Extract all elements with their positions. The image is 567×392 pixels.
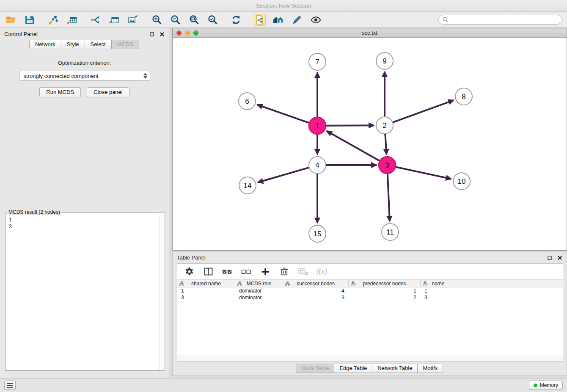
create-column-icon[interactable] <box>259 266 271 278</box>
new-network-icon[interactable] <box>90 14 102 26</box>
table-cell[interactable]: 3 <box>421 295 456 301</box>
sort-tree-icon <box>237 281 242 286</box>
tab-node-table[interactable]: Node Table <box>296 364 335 373</box>
import-network-icon[interactable] <box>47 14 59 26</box>
zoom-fit-icon[interactable] <box>188 14 200 26</box>
edge-1-6[interactable] <box>257 105 309 123</box>
delete-column-icon[interactable] <box>278 266 290 278</box>
table-panel-title: Table Panel <box>177 254 206 261</box>
table-panel: Table Panel <box>172 252 567 376</box>
node-10[interactable]: 10 <box>453 173 470 190</box>
close-panel-icon[interactable] <box>159 31 165 37</box>
tab-edge-table[interactable]: Edge Table <box>334 364 372 373</box>
column-header-shared-name[interactable]: shared name <box>177 280 235 287</box>
table-cell[interactable]: 1 <box>421 288 456 294</box>
network-window-titlebar[interactable]: scc.txt <box>173 28 567 38</box>
table-horizontal-scrollbar[interactable] <box>177 356 563 361</box>
node-15[interactable]: 15 <box>309 225 326 242</box>
sort-tree-icon <box>179 281 184 286</box>
sort-tree-icon <box>423 281 427 286</box>
edge-2-3[interactable] <box>385 134 386 155</box>
network-graph-canvas[interactable]: 7968124314101511 <box>173 38 567 250</box>
refresh-layout-icon[interactable] <box>230 14 242 26</box>
memory-status-dot-icon <box>534 384 537 387</box>
node-14[interactable]: 14 <box>239 177 256 194</box>
show-columns-icon[interactable] <box>202 266 214 278</box>
eye-icon[interactable] <box>310 14 322 26</box>
node-4[interactable]: 4 <box>309 157 326 174</box>
share-document-icon[interactable] <box>254 14 266 26</box>
node-9[interactable]: 9 <box>376 52 393 69</box>
node-1[interactable]: 1 <box>309 117 326 134</box>
column-header-mcds-role[interactable]: MCDS role <box>235 280 283 287</box>
tab-select[interactable]: Select <box>85 40 112 49</box>
table-cell[interactable]: 1 <box>177 288 235 294</box>
memory-button[interactable]: Memory <box>529 381 563 390</box>
run-mcds-button[interactable]: Run MCDS <box>39 87 81 97</box>
edge-4-14[interactable] <box>258 168 309 182</box>
maximize-window-icon[interactable] <box>193 30 198 36</box>
table-row[interactable]: 3dominator323 <box>177 294 563 301</box>
close-panel-button[interactable]: Close panel <box>87 87 129 97</box>
mcds-result-title: MCDS result (2 nodes) <box>7 209 61 215</box>
view-group <box>254 14 322 26</box>
new-table-icon[interactable] <box>108 14 120 26</box>
minimize-window-icon[interactable] <box>185 30 190 36</box>
table-settings-gear-icon[interactable] <box>183 266 195 278</box>
column-header-predecessor-nodes[interactable]: predecessor nodes <box>349 280 421 287</box>
zoom-selected-icon[interactable] <box>206 14 218 26</box>
table-rows: 1dominator4113dominator323 <box>177 287 563 301</box>
edge-3-11[interactable] <box>388 174 390 221</box>
tab-network-table[interactable]: Network Table <box>372 364 418 373</box>
table-cell[interactable]: 4 <box>283 288 349 294</box>
column-header-name[interactable]: name <box>421 280 456 287</box>
export-image-icon[interactable] <box>127 14 139 26</box>
combo-arrows-icon <box>143 73 147 79</box>
table-cell[interactable]: 1 <box>349 288 421 294</box>
table-panel-body: f(x) shared nameMCDS rolesuccessor nodes… <box>177 263 563 362</box>
tab-style[interactable]: Style <box>61 40 85 49</box>
close-window-icon[interactable] <box>176 30 182 36</box>
mcds-result-item: 3 <box>9 223 161 230</box>
edge-2-8[interactable] <box>393 100 454 122</box>
search-input[interactable] <box>450 17 558 23</box>
mcds-scrollbar[interactable] <box>160 215 165 370</box>
home-icon[interactable] <box>272 14 284 26</box>
node-3[interactable]: 3 <box>379 157 396 174</box>
network-window-title: scc.txt <box>173 30 567 36</box>
table-cell[interactable]: 2 <box>349 295 421 301</box>
table-cell[interactable]: 3 <box>177 295 235 301</box>
select-all-columns-icon[interactable] <box>221 266 233 278</box>
edge-3-10[interactable] <box>396 167 451 179</box>
svg-text:11: 11 <box>386 228 394 236</box>
node-7[interactable]: 7 <box>309 53 326 70</box>
float-panel-icon[interactable] <box>149 31 154 37</box>
table-cell[interactable]: dominator <box>235 295 283 301</box>
tab-network[interactable]: Network <box>29 40 61 49</box>
open-folder-icon[interactable] <box>5 14 17 26</box>
node-8[interactable]: 8 <box>455 88 472 105</box>
node-2[interactable]: 2 <box>376 117 393 134</box>
save-icon[interactable] <box>24 14 36 26</box>
zoom-in-icon[interactable] <box>151 14 162 26</box>
table-cell[interactable]: dominator <box>235 288 283 294</box>
tab-motifs[interactable]: Motifs <box>417 364 443 373</box>
zoom-out-icon[interactable] <box>169 14 181 26</box>
float-table-panel-icon[interactable] <box>547 255 552 260</box>
mcds-result-list: 13 <box>6 215 165 231</box>
unselect-all-columns-icon[interactable] <box>240 266 252 278</box>
node-6[interactable]: 6 <box>239 93 256 110</box>
edge-3-1[interactable] <box>327 131 380 160</box>
import-table-icon[interactable] <box>66 14 78 26</box>
memory-label: Memory <box>540 382 558 388</box>
style-brush-icon[interactable] <box>291 14 303 26</box>
optimization-criterion-select[interactable]: strongly connected component <box>19 71 150 81</box>
table-cell[interactable]: 3 <box>283 295 349 301</box>
column-header-successor-nodes[interactable]: successor nodes <box>283 280 349 287</box>
table-row[interactable]: 1dominator411 <box>177 287 563 294</box>
task-history-icon[interactable] <box>4 381 16 390</box>
node-11[interactable]: 11 <box>382 224 399 240</box>
tab-mcds[interactable]: MCDS <box>111 40 139 49</box>
close-table-panel-icon[interactable] <box>557 255 562 260</box>
edge-1-2[interactable] <box>326 125 374 126</box>
